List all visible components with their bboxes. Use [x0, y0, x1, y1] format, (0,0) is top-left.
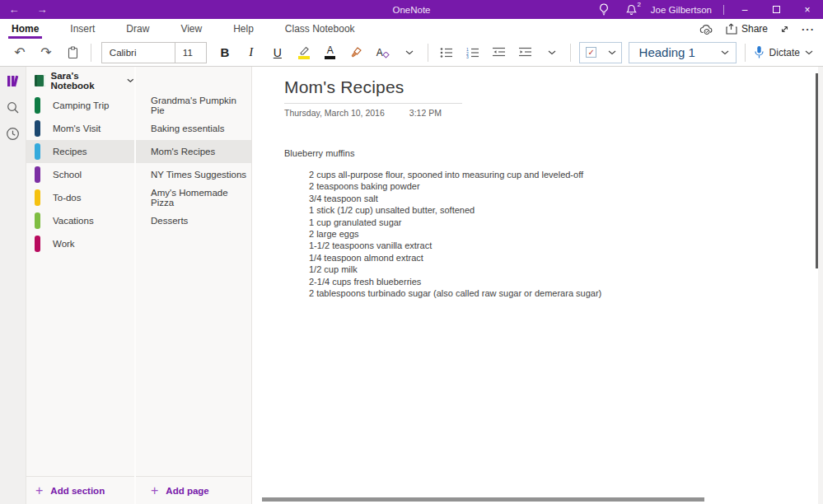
note-canvas[interactable]: Mom's Recipes Thursday, March 10, 2016 3… [251, 67, 823, 504]
page-item-amys-homemade-pizza[interactable]: Amy's Homemade Pizza [136, 186, 251, 209]
ingredient-list: 2 cups all-purpose flour, spooned into m… [309, 169, 823, 299]
page-label: Grandma's Pumpkin Pie [151, 96, 251, 115]
tab-home[interactable]: Home [8, 21, 42, 38]
notebook-name: Sara's Notebook [51, 71, 122, 91]
clear-format-letter: A [376, 47, 383, 58]
list-options-chevron-icon[interactable] [541, 42, 563, 63]
page-label: Baking essentials [151, 124, 225, 133]
todo-tag-chevron-icon[interactable] [603, 50, 621, 55]
svg-text:3: 3 [466, 54, 469, 58]
paste-button[interactable] [62, 42, 83, 63]
bold-button[interactable]: B [214, 42, 236, 63]
section-item-moms-visit[interactable]: Mom's Visit [26, 117, 134, 140]
tab-help[interactable]: Help [230, 21, 257, 38]
italic-button[interactable]: I [241, 42, 262, 63]
notifications-bell-icon[interactable]: 2 [618, 0, 646, 19]
ingredient-line: 1 cup granulated sugar [309, 217, 823, 228]
minimize-button[interactable]: – [729, 0, 760, 19]
page-label: NY Times Suggestions [151, 170, 246, 180]
toolbar-separator [91, 44, 91, 62]
toolbar-separator [428, 44, 428, 62]
recent-notes-clock-icon[interactable] [6, 127, 20, 141]
search-icon[interactable] [6, 100, 20, 114]
page-date: Thursday, March 10, 2016 [284, 108, 385, 118]
sync-status-icon[interactable] [699, 24, 713, 35]
notebook-icon [35, 75, 45, 86]
style-selector-combo[interactable]: Heading 1 [629, 42, 736, 63]
vertical-scrollbar-track[interactable] [818, 67, 823, 504]
section-item-recipes[interactable]: Recipes [26, 140, 134, 163]
dictate-button[interactable]: Dictate [754, 45, 813, 59]
bullet-list-button[interactable] [436, 42, 457, 63]
ribbon-tab-row: Home Insert Draw View Help Class Noteboo… [0, 19, 823, 39]
page-label: Mom's Recipes [151, 147, 215, 156]
user-account-name[interactable]: Joe Gilbertson [651, 5, 712, 15]
tab-view[interactable]: View [177, 21, 205, 38]
expand-ribbon-icon[interactable] [779, 24, 790, 35]
style-selected-value: Heading 1 [639, 45, 695, 59]
ingredient-line: 2 tablespoons turbinado sugar (also call… [309, 287, 823, 299]
section-color-bar [35, 212, 40, 229]
back-arrow-icon[interactable]: ← [0, 3, 28, 16]
share-label: Share [741, 23, 768, 35]
main-area: Sara's Notebook Camping Trip Mom's Visit… [0, 67, 823, 504]
page-item-baking-essentials[interactable]: Baking essentials [136, 117, 251, 140]
format-painter-button[interactable] [346, 42, 367, 63]
section-item-camping-trip[interactable]: Camping Trip [26, 94, 134, 117]
lightbulb-tell-me-icon[interactable] [590, 0, 618, 19]
undo-button[interactable]: ↶ [9, 42, 30, 63]
decrease-indent-button[interactable] [489, 42, 510, 63]
tab-class-notebook[interactable]: Class Notebook [282, 21, 358, 38]
maximize-button[interactable] [760, 0, 792, 19]
page-title[interactable]: Mom's Recipes [284, 77, 823, 97]
horizontal-scrollbar-thumb[interactable] [262, 497, 704, 502]
page-item-ny-times-suggestions[interactable]: NY Times Suggestions [136, 163, 251, 186]
notebooks-icon[interactable] [6, 74, 20, 88]
section-label: Camping Trip [53, 100, 109, 110]
section-item-work[interactable]: Work [26, 232, 134, 255]
page-item-desserts[interactable]: Desserts [136, 209, 251, 232]
ingredient-line: 1 stick (1/2 cup) unsalted butter, softe… [309, 204, 823, 216]
font-family-combo[interactable]: Calibri 11 [101, 42, 207, 63]
section-item-school[interactable]: School [26, 163, 134, 186]
section-label: Work [53, 239, 75, 249]
page-time: 3:12 PM [409, 108, 442, 118]
plus-icon: + [151, 483, 158, 498]
share-button[interactable]: Share [725, 23, 768, 35]
underline-button[interactable]: U [267, 42, 288, 63]
tab-insert[interactable]: Insert [67, 21, 98, 38]
add-section-button[interactable]: + Add section [26, 476, 134, 504]
font-color-button[interactable]: A [320, 42, 341, 63]
title-bar: ← → OneNote 2 Joe Gilbertson – × [0, 0, 823, 19]
page-item-moms-recipes[interactable]: Mom's Recipes [136, 140, 251, 163]
pages-panel-spacer [136, 67, 251, 94]
highlight-button[interactable] [293, 42, 315, 63]
page-datetime: Thursday, March 10, 2016 3:12 PM [284, 108, 823, 118]
section-item-vacations[interactable]: Vacations [26, 209, 134, 232]
font-size-value[interactable]: 11 [175, 43, 206, 63]
todo-tag-combo[interactable]: ✓ [579, 42, 622, 63]
close-button[interactable]: × [792, 0, 823, 19]
section-item-to-dos[interactable]: To-dos [26, 186, 134, 209]
notification-count-badge: 2 [637, 1, 640, 8]
note-body[interactable]: Blueberry muffins 2 cups all-purpose flo… [284, 148, 823, 299]
redo-button[interactable]: ↷ [35, 42, 57, 63]
maximize-icon [773, 6, 780, 13]
ingredient-line: 2-1/4 cups fresh blueberries [309, 276, 823, 287]
tab-draw[interactable]: Draw [123, 21, 152, 38]
titlebar-divider [723, 5, 724, 15]
increase-indent-button[interactable] [515, 42, 536, 63]
notebook-switcher[interactable]: Sara's Notebook [26, 67, 134, 94]
ingredient-line: 2 large eggs [309, 228, 823, 240]
clear-formatting-button[interactable]: A [372, 42, 394, 63]
forward-arrow-icon[interactable]: → [28, 3, 56, 16]
add-page-label: Add page [166, 486, 208, 496]
font-options-chevron-icon[interactable] [399, 42, 420, 63]
more-options-icon[interactable]: ··· [802, 23, 815, 35]
page-item-grandmas-pumpkin-pie[interactable]: Grandma's Pumpkin Pie [136, 94, 251, 117]
numbered-list-button[interactable]: 123 [462, 42, 484, 63]
add-page-button[interactable]: + Add page [136, 476, 251, 504]
page-label: Desserts [151, 216, 188, 226]
vertical-scrollbar-thumb[interactable] [816, 73, 818, 268]
title-underline [284, 103, 462, 104]
